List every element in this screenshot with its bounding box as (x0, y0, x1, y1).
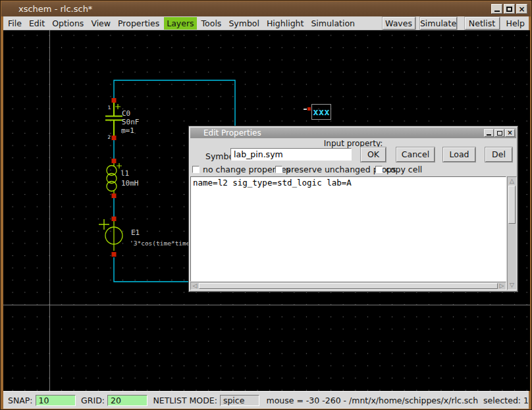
inductor-coil[interactable] (107, 166, 117, 176)
del-button[interactable]: Del (485, 147, 512, 162)
input-property-label: Input property: (189, 139, 518, 148)
snap-input[interactable]: 10 (36, 395, 76, 406)
inductor-coil[interactable] (107, 182, 117, 192)
pin-square[interactable] (112, 159, 117, 163)
grid-input[interactable]: 20 (107, 395, 147, 406)
scroll-left-icon[interactable]: ◁ (191, 282, 199, 290)
capacitor-mult: m=1 (121, 126, 134, 135)
cancel-button[interactable]: Cancel (396, 147, 435, 162)
netlist-mode-input[interactable]: spice (220, 395, 260, 406)
capacitor-pin1-number: 1 (107, 105, 111, 111)
checkbox-icon[interactable] (375, 166, 383, 173)
maximize-button[interactable] (504, 4, 515, 14)
pin-square[interactable] (112, 98, 117, 103)
menu-edit[interactable]: Edit (26, 17, 47, 30)
vertical-scrollbar-thumb[interactable] (508, 186, 516, 224)
dialog-title: Edit Properties (203, 128, 261, 138)
schematic-canvas[interactable]: 1 2 C0 50nF m=1 l1 10mH E1 (3, 30, 530, 391)
dialog-close-button[interactable]: × (505, 129, 515, 137)
net-label-marker (304, 109, 307, 110)
net-label-pin[interactable] (307, 107, 311, 111)
maximize-icon (497, 131, 502, 136)
checkbox-copy-cell[interactable]: copy cell (375, 165, 422, 174)
waves-button[interactable]: Waves (383, 17, 415, 30)
simulate-button[interactable]: Simulate (420, 17, 457, 30)
scroll-up-icon[interactable]: △ (508, 177, 516, 186)
menu-tools[interactable]: Tools (199, 17, 225, 30)
statusbar: SNAP: 10 GRID: 20 NETLIST MODE: spice mo… (3, 391, 529, 409)
capacitor-ref: C0 (122, 109, 130, 118)
edit-properties-dialog: Edit Properties × Input property: Symbol… (188, 126, 518, 292)
netlist-button[interactable]: Netlist (465, 17, 500, 30)
inductor-value: 10mH (121, 179, 139, 188)
minimize-icon (487, 134, 491, 136)
window-titlebar[interactable]: xschem - rlc.sch* × (1, 1, 531, 16)
source-ref: E1 (131, 228, 140, 237)
inductor-coil[interactable] (107, 174, 117, 184)
grid-label: GRID: (81, 396, 105, 405)
menu-properties[interactable]: Properties (115, 17, 162, 30)
capacitor-pin2-number: 2 (107, 134, 111, 140)
plus-marker-inductor (117, 163, 122, 168)
mouse-status-text: mouse = -30 -260 - /mnt/x/home/schippes/… (266, 396, 529, 405)
dialog-minimize-button[interactable] (484, 129, 494, 137)
pin-square[interactable] (112, 252, 117, 257)
window-title: xschem - rlc.sch* (18, 4, 92, 14)
menu-file[interactable]: File (5, 17, 24, 30)
close-icon: × (518, 5, 525, 13)
symbol-input[interactable]: lab_pin.sym (230, 148, 352, 161)
dialog-window-controls: × (484, 129, 515, 137)
netlist-mode-label: NETLIST MODE: (153, 396, 217, 405)
vertical-scrollbar[interactable]: △ ▽ (507, 176, 517, 290)
plus-marker-capacitor (115, 104, 120, 109)
plus-marker-source (99, 219, 109, 230)
horizontal-scrollbar-thumb[interactable] (199, 283, 498, 289)
checkbox-icon[interactable] (275, 166, 282, 173)
menu-symbol[interactable]: Symbol (226, 17, 262, 30)
menu-help[interactable]: Help (504, 17, 528, 30)
horizontal-scrollbar[interactable]: ◁ ▷ (190, 282, 506, 290)
window-frame: xschem - rlc.sch* × File Edit Options Vi… (0, 0, 532, 410)
pin-square[interactable] (112, 193, 117, 198)
checkbox-label: copy cell (386, 165, 422, 174)
menu-layers[interactable]: Layers (164, 17, 196, 30)
scroll-down-icon[interactable]: ▽ (508, 281, 516, 290)
pin-square[interactable] (112, 136, 117, 140)
dialog-maximize-button[interactable] (494, 129, 504, 137)
close-button[interactable]: × (516, 4, 527, 14)
menu-highlight[interactable]: Highlight (264, 17, 306, 30)
pin-square[interactable] (112, 217, 117, 221)
capacitor-symbol[interactable]: 1 2 C0 50nF m=1 (105, 103, 140, 140)
net-label-selected[interactable]: xxx (311, 104, 331, 120)
window-controls: × (491, 4, 527, 14)
inductor-ref: l1 (120, 169, 129, 178)
scroll-right-icon[interactable]: ▷ (498, 282, 506, 290)
menu-view[interactable]: View (88, 17, 113, 30)
menu-options[interactable]: Options (49, 17, 86, 30)
minimize-icon (494, 11, 500, 12)
properties-textarea[interactable]: name=l2 sig_type=std_logic lab=A (190, 176, 506, 282)
close-icon: × (507, 130, 512, 136)
minimize-button[interactable] (491, 4, 502, 14)
checkbox-icon[interactable] (192, 166, 200, 173)
maximize-icon (506, 7, 512, 12)
inductor-symbol[interactable]: l1 10mH (107, 163, 139, 193)
snap-label: SNAP: (8, 396, 33, 405)
menu-simulation[interactable]: Simulation (308, 17, 358, 30)
load-button[interactable]: Load (443, 147, 475, 162)
dialog-titlebar[interactable]: Edit Properties × (190, 128, 516, 138)
capacitor-value: 50nF (122, 118, 140, 126)
menubar: File Edit Options View Properties Layers… (3, 16, 529, 30)
ok-button[interactable]: OK (361, 147, 386, 162)
